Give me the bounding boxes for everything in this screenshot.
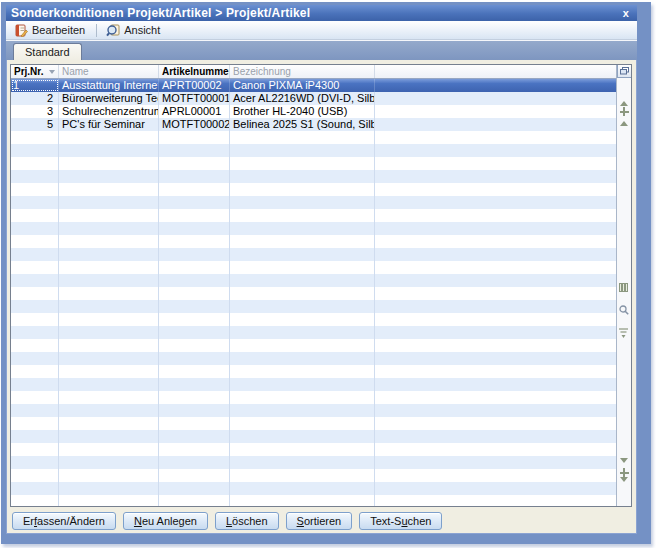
- column-line: [58, 131, 59, 506]
- tab-strip: Standard: [6, 40, 637, 60]
- cell-name: Ausstattung Internet: [59, 79, 159, 92]
- grid-header: Prj.Nr. Name Artikelnummer Bezeichnung: [11, 65, 616, 79]
- cell-bezeichnung: Canon PIXMA iP4300: [230, 79, 375, 92]
- column-line: [158, 131, 159, 506]
- column-line: [374, 131, 375, 506]
- search-icon[interactable]: [619, 301, 629, 319]
- toolbar: Bearbeiten Ansicht: [6, 21, 637, 40]
- action-button-erfassen-aendern[interactable]: Erfassen/Ändern: [12, 512, 116, 530]
- column-chooser-button[interactable]: [617, 65, 631, 78]
- sort-descending-icon: [49, 70, 55, 74]
- action-button-loeschen[interactable]: Löschen: [215, 512, 279, 530]
- window-title: Sonderkonditionen Projekt/Artikel > Proj…: [11, 6, 620, 20]
- cell-extra: [375, 105, 616, 118]
- cell-bezeichnung: Acer AL2216WD (DVI-D, Silber/S: [230, 92, 375, 105]
- cell-name: PC's für Seminar: [59, 118, 159, 131]
- edit-document-icon: [14, 24, 28, 37]
- grid-body: 1 Ausstattung Internet APRT00002 Canon P…: [11, 79, 616, 506]
- columns-icon[interactable]: [619, 278, 629, 296]
- magnifier-document-icon: [106, 24, 120, 37]
- toolbar-separator: [96, 24, 97, 37]
- overlapping-windows-icon: [620, 67, 629, 75]
- table-row[interactable]: 3 Schulrechenzentrum APRL00001 Brother H…: [11, 105, 616, 118]
- cell-name: Schulrechenzentrum: [59, 105, 159, 118]
- append-row-icon[interactable]: [620, 468, 629, 477]
- grid-main: Prj.Nr. Name Artikelnummer Bezeichnung 1…: [11, 65, 616, 506]
- data-grid: Prj.Nr. Name Artikelnummer Bezeichnung 1…: [10, 64, 632, 507]
- column-header-name[interactable]: Name: [59, 65, 159, 78]
- column-line: [229, 131, 230, 506]
- jump-to-first-icon[interactable]: [620, 84, 628, 102]
- cell-prjnr: 5: [11, 118, 59, 131]
- toolbar-button-bearbeiten[interactable]: Bearbeiten: [10, 22, 91, 39]
- scroll-down-icon[interactable]: [620, 458, 628, 463]
- action-button-text-suchen[interactable]: Text-Suchen: [359, 512, 442, 530]
- toolbar-button-label: Bearbeiten: [32, 24, 85, 36]
- column-header-bezeichnung[interactable]: Bezeichnung: [230, 65, 375, 78]
- cell-extra: [375, 79, 616, 92]
- cell-prjnr: 2: [11, 92, 59, 105]
- cell-prjnr: 3: [11, 105, 59, 118]
- table-row[interactable]: 1 Ausstattung Internet APRT00002 Canon P…: [11, 79, 616, 92]
- jump-to-last-icon[interactable]: [620, 482, 628, 500]
- window-titlebar: Sonderkonditionen Projekt/Artikel > Proj…: [6, 5, 637, 21]
- column-header-prjnr[interactable]: Prj.Nr.: [11, 65, 59, 78]
- action-bar: Erfassen/ÄndernNeu AnlegenLöschenSortier…: [10, 507, 632, 531]
- grid-empty-area: [11, 131, 616, 506]
- grid-scroll-rail[interactable]: [616, 65, 631, 506]
- table-row[interactable]: 2 Büroerweiterung Tech MOTFT00001 Acer A…: [11, 92, 616, 105]
- rail-nav-bottom: [620, 452, 629, 506]
- close-button[interactable]: x: [620, 7, 632, 19]
- action-button-sortieren[interactable]: Sortieren: [286, 512, 353, 530]
- content-panel: Prj.Nr. Name Artikelnummer Bezeichnung 1…: [6, 60, 637, 534]
- cell-bezeichnung: Brother HL-2040 (USB): [230, 105, 375, 118]
- tab-standard[interactable]: Standard: [13, 43, 82, 60]
- cell-extra: [375, 118, 616, 131]
- cell-prjnr: 1: [11, 79, 59, 92]
- rail-nav-top: [620, 78, 629, 132]
- cell-artikelnummer: APRT00002: [159, 79, 230, 92]
- table-row[interactable]: 5 PC's für Seminar MOTFT00002 Belinea 20…: [11, 118, 616, 131]
- filter-sort-icon[interactable]: [619, 324, 629, 342]
- cell-name: Büroerweiterung Tech: [59, 92, 159, 105]
- cell-extra: [375, 92, 616, 105]
- app-window: Sonderkonditionen Projekt/Artikel > Proj…: [1, 2, 651, 544]
- cell-artikelnummer: MOTFT00002: [159, 118, 230, 131]
- cell-artikelnummer: APRL00001: [159, 105, 230, 118]
- action-button-neu-anlegen[interactable]: Neu Anlegen: [123, 512, 208, 530]
- cell-bezeichnung: Belinea 2025 S1 (Sound, Silber: [230, 118, 375, 131]
- insert-row-icon[interactable]: [620, 107, 629, 116]
- column-header-empty: [375, 65, 616, 78]
- toolbar-button-label: Ansicht: [124, 24, 160, 36]
- scroll-up-icon[interactable]: [620, 121, 628, 126]
- toolbar-button-ansicht[interactable]: Ansicht: [102, 22, 166, 39]
- rail-tools: [619, 272, 629, 348]
- column-header-artikelnummer[interactable]: Artikelnummer: [159, 65, 230, 78]
- cell-artikelnummer: MOTFT00001: [159, 92, 230, 105]
